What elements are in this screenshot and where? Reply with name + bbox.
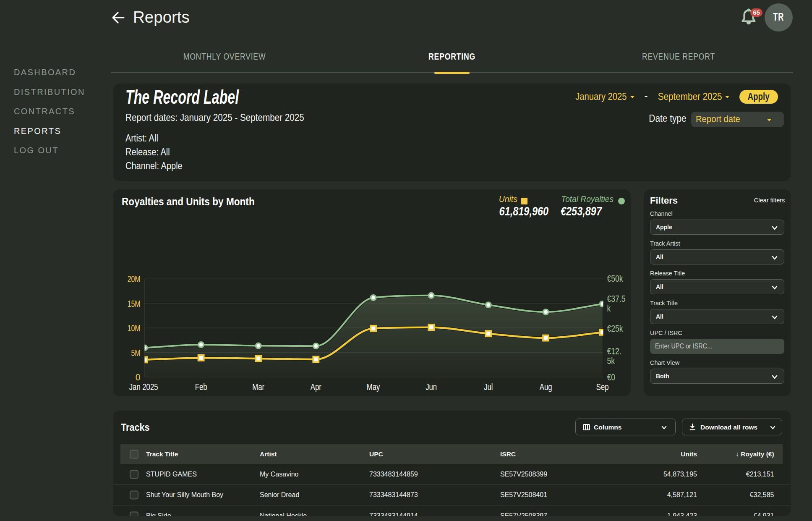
svg-text:15M: 15M <box>127 298 140 309</box>
svg-text:€0: €0 <box>607 372 615 382</box>
svg-text:€12.: €12. <box>607 346 621 356</box>
svg-text:€50k: €50k <box>607 273 623 283</box>
svg-text:May: May <box>366 381 380 392</box>
svg-text:Feb: Feb <box>195 381 207 392</box>
svg-text:Aug: Aug <box>539 381 552 392</box>
svg-text:Sep: Sep <box>596 381 608 392</box>
svg-text:Mar: Mar <box>252 381 264 392</box>
svg-text:Jul: Jul <box>484 381 493 392</box>
svg-text:Jan 2025: Jan 2025 <box>129 381 158 392</box>
svg-text:5M: 5M <box>131 348 140 358</box>
svg-text:€25k: €25k <box>607 323 623 333</box>
svg-text:k: k <box>607 303 611 313</box>
svg-text:€37.5: €37.5 <box>607 293 625 304</box>
svg-text:Apr: Apr <box>310 381 321 392</box>
svg-text:5k: 5k <box>607 356 615 366</box>
svg-text:10M: 10M <box>127 323 140 333</box>
svg-text:Jun: Jun <box>426 381 437 392</box>
svg-text:20M: 20M <box>127 274 140 284</box>
